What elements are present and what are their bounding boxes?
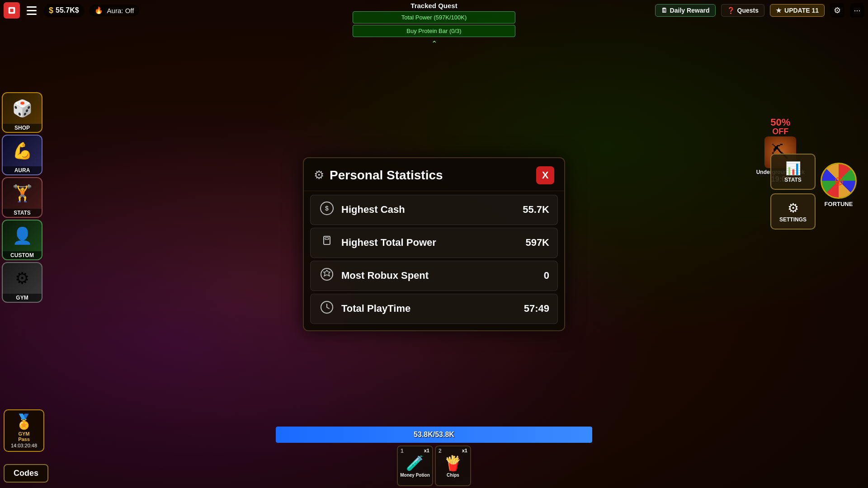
time-stat-icon	[319, 300, 335, 317]
svg-rect-5	[325, 238, 329, 239]
highest-cash-label: Highest Cash	[341, 204, 516, 216]
personal-statistics-modal: ⚙ Personal Statistics X $ Highest Cash 5…	[303, 157, 565, 331]
modal-title-icon: ⚙	[314, 168, 324, 182]
svg-marker-7	[324, 270, 330, 276]
highest-power-value: 597K	[525, 237, 549, 249]
cash-stat-icon: $	[319, 202, 335, 218]
modal-close-button[interactable]: X	[536, 166, 554, 184]
robux-label: Most Robux Spent	[341, 270, 538, 282]
modal-title: Personal Statistics	[330, 168, 531, 183]
stat-row-highest-power: Highest Total Power 597K	[310, 228, 558, 258]
svg-text:$: $	[325, 205, 329, 212]
highest-power-label: Highest Total Power	[341, 237, 519, 249]
svg-line-10	[327, 307, 329, 309]
modal-body: $ Highest Cash 55.7K Highest Total Power…	[304, 191, 564, 330]
robux-value: 0	[544, 270, 549, 282]
modal-overlay: ⚙ Personal Statistics X $ Highest Cash 5…	[0, 0, 868, 488]
close-icon: X	[542, 169, 549, 181]
playtime-label: Total PlayTime	[341, 303, 518, 314]
playtime-value: 57:49	[524, 303, 549, 314]
stat-row-playtime: Total PlayTime 57:49	[310, 294, 558, 324]
stat-row-highest-cash: $ Highest Cash 55.7K	[310, 195, 558, 225]
power-stat-icon	[319, 235, 335, 251]
highest-cash-value: 55.7K	[523, 204, 549, 216]
stat-row-robux: Most Robux Spent 0	[310, 261, 558, 291]
modal-header: ⚙ Personal Statistics X	[304, 158, 564, 191]
robux-stat-icon	[319, 267, 335, 284]
